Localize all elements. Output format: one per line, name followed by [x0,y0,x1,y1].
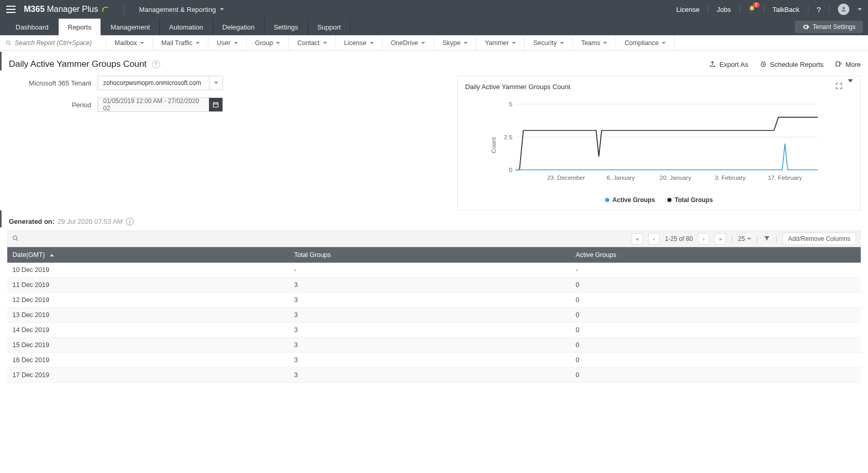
tab-management[interactable]: Management [101,19,160,35]
filter-contact[interactable]: Contact [289,35,335,50]
svg-line-1 [9,44,11,45]
svg-text:2.5: 2.5 [504,134,512,140]
chart-canvas: Count 5 2.5 0 23. December 6. January 20… [465,93,853,192]
period-label: Period [7,101,91,109]
top-header: M365 Manager Plus Management & Reporting… [0,0,868,19]
more-icon [835,61,842,68]
dot-icon [667,198,671,202]
chevron-down-icon [464,42,468,44]
last-page-button[interactable]: » [715,233,726,245]
hamburger-menu-icon[interactable] [6,6,16,13]
tab-settings[interactable]: Settings [264,19,308,35]
filter-license[interactable]: License [336,35,383,50]
filter-yammer[interactable]: Yammer [477,35,525,50]
help-icon[interactable]: ? [152,60,160,68]
next-page-button[interactable]: › [698,233,709,245]
table-row[interactable]: 10 Dec 2019-- [7,263,861,278]
add-remove-columns-button[interactable]: Add/Remove Columns [782,233,856,245]
tenant-dropdown-button[interactable] [209,76,222,90]
filter-mail-traffic[interactable]: Mail Traffic [153,35,208,50]
report-table: Date(GMT) Total Groups Active Groups 10 … [7,247,861,383]
page-size-selector[interactable]: 25 [738,235,751,242]
table-row[interactable]: 15 Dec 201930 [7,338,861,353]
chevron-down-icon [195,42,200,44]
table-row[interactable]: 17 Dec 201930 [7,368,861,383]
svg-point-21 [13,236,17,239]
tenant-select[interactable]: zohocorpwsmopm.onmicrosoft.com [97,76,223,90]
y-axis-label: Count [490,137,497,153]
logo-arc-icon [101,5,109,13]
chevron-down-icon [234,42,238,44]
schedule-reports-button[interactable]: Schedule Reports [760,61,823,68]
table-row[interactable]: 14 Dec 201930 [7,323,861,338]
filter-security[interactable]: Security [525,35,572,50]
tenant-label: Microsoft 365 Tenant [7,79,91,87]
generated-label: Generated on: [9,218,54,225]
filter-skype[interactable]: Skype [434,35,477,50]
clock-icon [760,61,767,68]
gear-icon [802,23,809,31]
filter-button[interactable] [763,235,771,243]
period-value: 01/05/2019 12:00 AM - 27/02/2020 02 [98,97,209,112]
table-search-button[interactable] [12,235,19,243]
filter-bar: MailboxMail TrafficUserGroupContactLicen… [0,35,868,51]
table-row[interactable]: 13 Dec 201930 [7,308,861,323]
prev-page-button[interactable]: ‹ [648,233,660,245]
series-active-groups [515,144,818,170]
tab-automation[interactable]: Automation [160,19,213,35]
section-label: Management & Reporting [139,6,216,13]
jobs-link[interactable]: Jobs [717,6,731,13]
chevron-down-icon [214,82,218,84]
expand-chart-button[interactable] [835,82,843,91]
filter-mailbox[interactable]: Mailbox [106,35,153,50]
tab-reports[interactable]: Reports [59,19,102,35]
product-logo: M365 Manager Plus [24,5,109,14]
tenant-settings-button[interactable]: Tenant Settings [795,21,863,33]
dot-icon [605,198,609,202]
legend-active-groups[interactable]: Active Groups [605,196,655,204]
table-row[interactable]: 16 Dec 201930 [7,353,861,368]
notifications-button[interactable]: 3 [748,5,755,14]
tab-delegation[interactable]: Delegation [213,19,264,35]
filter-onedrive[interactable]: OneDrive [383,35,435,50]
col-active-groups[interactable]: Active Groups [570,247,861,263]
period-picker[interactable]: 01/05/2019 12:00 AM - 27/02/2020 02 [97,97,223,112]
chevron-down-icon [603,42,607,44]
talkback-link[interactable]: TalkBack [773,6,800,13]
filter-teams[interactable]: Teams [573,35,617,50]
col-date[interactable]: Date(GMT) [7,247,289,263]
calendar-button[interactable] [209,98,222,111]
svg-text:6. January: 6. January [607,174,635,181]
first-page-button[interactable]: « [632,233,643,245]
more-button[interactable]: More [835,61,861,68]
chevron-down-icon[interactable] [858,8,862,10]
chevron-down-icon [848,79,853,90]
tab-dashboard[interactable]: Dashboard [6,19,59,35]
tab-support[interactable]: Support [308,19,351,35]
chevron-down-icon [220,8,224,10]
svg-point-0 [6,40,9,44]
license-link[interactable]: License [676,6,699,13]
filter-user[interactable]: User [208,35,246,50]
col-total-groups[interactable]: Total Groups [289,247,570,263]
help-icon[interactable]: ? [817,5,821,14]
search-icon [12,235,19,242]
filter-compliance[interactable]: Compliance [616,35,675,50]
chevron-down-icon [512,42,516,44]
table-row[interactable]: 11 Dec 201930 [7,278,861,293]
expand-icon [835,82,843,90]
legend-total-groups[interactable]: Total Groups [667,196,713,204]
notification-badge: 3 [753,2,760,8]
svg-rect-6 [213,103,218,107]
chart-menu-button[interactable] [848,82,853,91]
user-avatar[interactable] [838,4,849,15]
filter-group[interactable]: Group [247,35,289,50]
svg-text:5: 5 [509,101,512,107]
search-report-input[interactable] [15,39,101,47]
svg-rect-3 [836,62,840,66]
export-as-button[interactable]: Export As [709,61,748,68]
table-row[interactable]: 12 Dec 201930 [7,293,861,308]
info-icon[interactable]: i [126,218,134,225]
section-dropdown[interactable]: Management & Reporting [139,6,224,13]
chevron-down-icon [560,42,564,44]
